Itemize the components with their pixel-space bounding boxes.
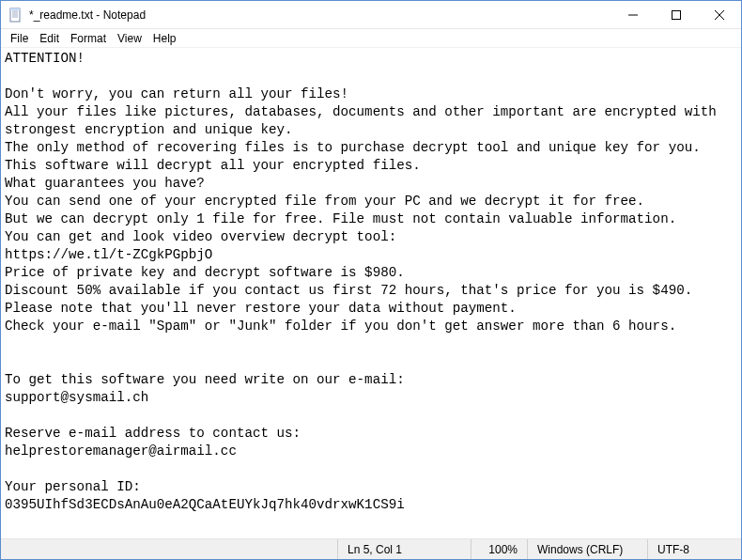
menu-view[interactable]: View — [112, 30, 147, 47]
menu-edit[interactable]: Edit — [34, 30, 65, 47]
close-icon — [715, 10, 724, 20]
window-title: *_readme.txt - Notepad — [29, 8, 611, 22]
status-encoding: UTF-8 — [647, 539, 741, 559]
close-button[interactable] — [698, 1, 741, 28]
minimize-button[interactable] — [611, 1, 655, 28]
menu-help[interactable]: Help — [147, 30, 182, 47]
text-editor-area[interactable]: ATTENTION! Don't worry, you can return a… — [1, 48, 741, 538]
menu-format[interactable]: Format — [65, 30, 112, 47]
window-controls — [611, 1, 741, 28]
svg-rect-5 — [10, 8, 20, 10]
notepad-icon — [8, 8, 23, 23]
document-text: ATTENTION! Don't worry, you can return a… — [5, 50, 737, 514]
title-bar: *_readme.txt - Notepad — [1, 1, 741, 29]
minimize-icon — [628, 10, 638, 20]
menu-bar: File Edit Format View Help — [1, 29, 741, 48]
maximize-icon — [672, 10, 681, 20]
svg-rect-7 — [672, 10, 681, 19]
status-bar: Ln 5, Col 1 100% Windows (CRLF) UTF-8 — [1, 538, 741, 559]
status-zoom: 100% — [471, 539, 527, 559]
status-line-ending: Windows (CRLF) — [527, 539, 647, 559]
status-position: Ln 5, Col 1 — [337, 539, 471, 559]
menu-file[interactable]: File — [5, 30, 34, 47]
maximize-button[interactable] — [655, 1, 698, 28]
